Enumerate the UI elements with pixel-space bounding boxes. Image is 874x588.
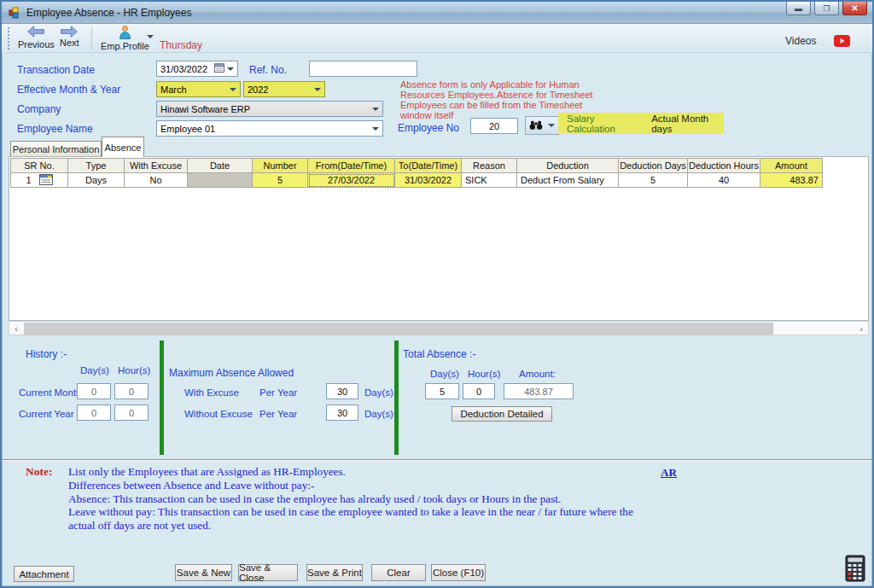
emp-profile-dropdown-icon[interactable] — [147, 35, 154, 38]
previous-arrow-icon — [26, 26, 45, 39]
next-button[interactable]: Next — [56, 25, 83, 49]
effective-year-select[interactable]: 2022 — [243, 81, 325, 97]
cell-sr-no[interactable]: 1 — [11, 173, 68, 188]
col-header-with-excuse[interactable]: With Excuse — [125, 159, 188, 173]
ar-language-link[interactable]: AR — [661, 466, 677, 480]
employee-absence-window: Employee Absence - HR Employees ▬ ❐ ✕ Pr… — [0, 0, 874, 588]
minimize-button-icon[interactable]: ▬ — [786, 2, 811, 15]
employee-no-input[interactable] — [470, 118, 518, 134]
cell-reason[interactable]: SICK — [462, 173, 517, 188]
save-new-button[interactable]: Save & New — [175, 564, 232, 581]
date-dropdown-icon[interactable] — [227, 67, 234, 71]
history-days-header: Day(s) — [80, 365, 109, 376]
employee-no-label: Employee No — [398, 122, 459, 134]
table-row: 1 Days No 5 27/03/2022 31/03/2022 SICK D… — [11, 173, 823, 188]
total-hours-input[interactable] — [463, 383, 495, 399]
deduction-detailed-button[interactable]: Deduction Detailed — [452, 406, 552, 422]
month-dropdown-icon — [230, 88, 236, 91]
scroll-right-icon[interactable]: › — [854, 322, 868, 335]
without-excuse-per-label: Per Year — [259, 409, 297, 419]
note-label: Note: — [26, 465, 52, 479]
total-amount-input[interactable] — [504, 383, 574, 399]
effective-month-year-label: Effective Month & Year — [17, 84, 120, 96]
current-year-label: Current Year — [19, 409, 74, 419]
horizontal-scrollbar[interactable]: ‹ › — [9, 321, 869, 335]
row-detail-icon[interactable] — [39, 174, 53, 187]
window-title: Employee Absence - HR Employees — [26, 7, 191, 19]
videos-label: Videos — [785, 35, 816, 47]
emp-profile-button[interactable]: Emp.Profile — [97, 25, 153, 52]
col-header-sr-no[interactable]: SR No. — [11, 159, 68, 173]
binoculars-icon — [529, 119, 543, 132]
scrollbar-thumb[interactable] — [24, 323, 773, 335]
title-bar: Employee Absence - HR Employees ▬ ❐ ✕ — [2, 2, 872, 24]
green-divider-1 — [160, 341, 164, 455]
with-excuse-unit: Day(s) — [364, 387, 393, 398]
cell-type[interactable]: Days — [68, 173, 125, 188]
tab-absence[interactable]: Absence — [102, 137, 144, 157]
col-header-number[interactable]: Number — [253, 159, 308, 173]
col-header-deduction-days[interactable]: Deduction Days — [619, 159, 688, 173]
transaction-date-field[interactable]: 31/03/2022 — [156, 61, 238, 77]
total-days-input[interactable] — [425, 383, 459, 399]
transaction-date-label: Transaction Date — [17, 64, 95, 76]
company-select[interactable]: Hinawi Software ERP — [156, 101, 383, 117]
cell-deduction-hours[interactable]: 40 — [688, 173, 760, 188]
maximize-button-icon[interactable]: ❐ — [814, 2, 839, 15]
note-line: Differences between Absence and Leave wi… — [68, 479, 659, 492]
current-year-hours-input[interactable] — [114, 405, 149, 421]
scroll-left-icon[interactable]: ‹ — [9, 322, 23, 335]
employee-name-select[interactable]: Employee 01 — [156, 120, 383, 137]
cell-amount[interactable]: 483.87 — [760, 173, 823, 188]
history-hours-header: Hour(s) — [118, 365, 150, 376]
cell-date — [188, 173, 253, 188]
close-button-icon[interactable]: ✕ — [842, 2, 867, 15]
green-divider-2 — [394, 341, 399, 455]
current-year-days-input[interactable] — [77, 405, 111, 421]
without-excuse-input[interactable] — [326, 405, 358, 421]
col-header-deduction-hours[interactable]: Deduction Hours — [688, 159, 760, 173]
year-dropdown-icon — [314, 88, 321, 91]
calculator-icon[interactable] — [845, 555, 865, 585]
current-month-hours-input[interactable] — [114, 383, 149, 399]
total-hours-header: Hour(s) — [468, 369, 500, 379]
col-header-to[interactable]: To(Date/Time) — [395, 159, 462, 173]
cell-with-excuse[interactable]: No — [125, 173, 188, 188]
effective-month-select[interactable]: March — [156, 81, 241, 97]
max-absence-title: Maximum Absence Allowed — [169, 367, 294, 379]
close-f10-button[interactable]: Close (F10) — [431, 564, 486, 581]
salary-calculation-label: Salary Calculation — [567, 114, 638, 134]
col-header-deduction[interactable]: Deduction — [517, 159, 619, 173]
save-print-button[interactable]: Save & Print — [306, 564, 363, 581]
salary-calculation-value: Actual Month days — [651, 114, 724, 134]
with-excuse-input[interactable] — [326, 383, 358, 399]
toolbar: Previous Next Emp.Profile — [2, 24, 872, 53]
cell-deduction[interactable]: Deduct From Salary — [517, 173, 619, 188]
calendar-icon[interactable] — [214, 63, 224, 74]
col-header-from[interactable]: From(Date/Time) — [308, 159, 395, 173]
cell-to-date[interactable]: 31/03/2022 — [395, 173, 462, 188]
attachment-button[interactable]: Attachment — [14, 566, 74, 582]
total-amount-header: Amount: — [519, 369, 556, 379]
employee-search-button[interactable] — [525, 116, 559, 135]
save-close-button[interactable]: Save & Close — [238, 564, 298, 581]
with-excuse-label: With Excuse — [184, 387, 239, 398]
cell-number[interactable]: 5 — [253, 173, 308, 188]
absence-grid: SR No. Type With Excuse Date Number From… — [9, 156, 869, 321]
previous-button[interactable]: Previous — [15, 25, 58, 50]
note-body: List only the Employees that are Assigne… — [68, 465, 659, 533]
youtube-icon[interactable] — [834, 35, 850, 50]
ref-no-input[interactable] — [309, 61, 417, 77]
current-month-days-input[interactable] — [77, 383, 111, 399]
table-header-row: SR No. Type With Excuse Date Number From… — [11, 159, 823, 173]
cell-deduction-days[interactable]: 5 — [619, 173, 688, 188]
clear-button[interactable]: Clear — [371, 564, 426, 581]
note-line: Absence: This transaction can be used in… — [68, 492, 659, 506]
col-header-type[interactable]: Type — [68, 159, 125, 173]
cell-from-date[interactable]: 27/03/2022 — [308, 173, 395, 188]
note-line: Leave without pay: This transaction can … — [68, 505, 659, 533]
col-header-amount[interactable]: Amount — [760, 159, 823, 173]
tab-personal-information[interactable]: Personal Information — [10, 141, 102, 156]
col-header-reason[interactable]: Reason — [462, 159, 517, 173]
col-header-date[interactable]: Date — [188, 159, 253, 173]
